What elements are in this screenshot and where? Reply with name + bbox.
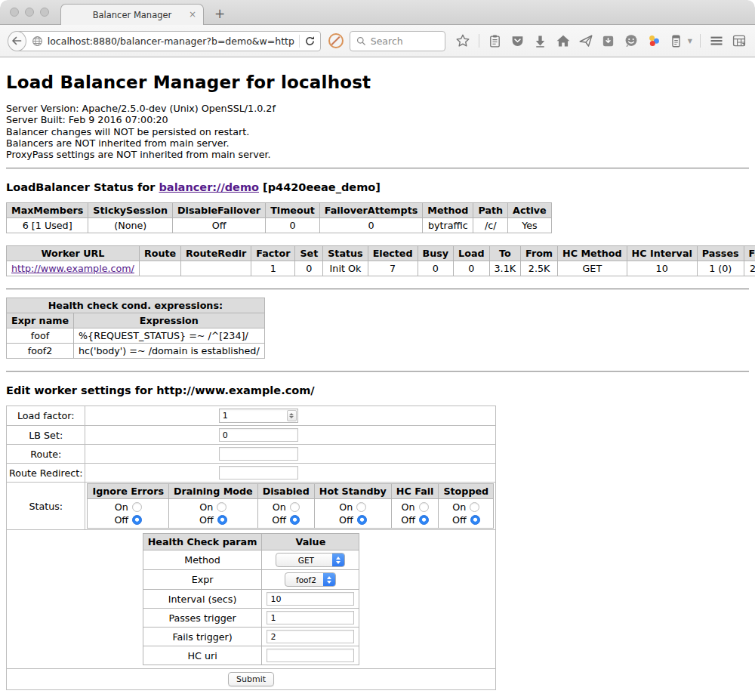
balancer-demo-link[interactable]: balancer://demo	[159, 181, 259, 193]
pocket-icon[interactable]	[510, 32, 526, 49]
window-zoom-button[interactable]	[40, 8, 49, 17]
hot-standby-off-radio[interactable]	[357, 515, 367, 525]
hc-header-row: Health Check param Value	[143, 534, 359, 550]
toolbar-separator	[479, 34, 479, 48]
stopped-off-radio[interactable]	[470, 515, 480, 525]
val-to: 3.1K	[489, 261, 521, 276]
toolbar-separator-2	[700, 34, 701, 48]
hc-passes-input[interactable]	[267, 611, 354, 624]
load-factor-label: Load factor:	[7, 406, 85, 426]
col-stickysession: StickySession	[88, 203, 173, 218]
hc-expr-label: Expr	[143, 570, 262, 590]
col-failoverattempts: FailoverAttempts	[319, 203, 423, 218]
route-row: Route:	[7, 445, 496, 464]
col-maxmembers: MaxMembers	[7, 203, 88, 218]
chevron-down-icon[interactable]: ▼	[688, 38, 692, 45]
col-draining-mode: Draining Mode	[169, 484, 258, 499]
window-controls	[10, 8, 49, 17]
val-active: Yes	[508, 218, 552, 233]
hc-fails-input[interactable]	[267, 630, 354, 643]
back-button[interactable]	[8, 31, 26, 51]
hc-interval-row: Interval (secs)	[143, 590, 359, 609]
reading-list-icon[interactable]	[487, 32, 504, 49]
window-close-button[interactable]	[10, 8, 19, 17]
reload-icon[interactable]	[304, 35, 316, 47]
send-tab-icon[interactable]	[578, 32, 594, 49]
feedback-smiley-icon[interactable]	[623, 32, 639, 49]
off-label: Off	[339, 513, 353, 526]
lb-set-row: LB Set:	[7, 426, 496, 445]
proxypass-note-line: ProxyPass settings are NOT inherited fro…	[6, 149, 749, 160]
content-blocked-icon[interactable]	[328, 33, 344, 48]
on-label: On	[402, 501, 415, 513]
table-row: 6 [1 Used] (None) Off 0 0 bytraffic /c/ …	[7, 218, 552, 233]
disabled-off-radio[interactable]	[290, 515, 300, 525]
stopped-on-radio[interactable]	[470, 502, 479, 512]
draining-mode-on-radio[interactable]	[217, 502, 226, 512]
worker-url-link[interactable]: http://www.example.com/	[11, 263, 134, 274]
url-bar[interactable]: localhost:8880/balancer-manager?b=demo&w…	[16, 31, 321, 51]
col-hc-value: Value	[262, 534, 359, 550]
hot-standby-on-radio[interactable]	[356, 502, 366, 512]
hc-fail-on-radio[interactable]	[419, 502, 429, 512]
home-icon[interactable]	[555, 32, 572, 49]
val-stickysession: (None)	[88, 218, 173, 233]
route-redirect-input[interactable]	[219, 466, 298, 480]
select-stepper-icon	[323, 572, 335, 587]
hc-interval-label: Interval (secs)	[143, 590, 262, 609]
hc-uri-input[interactable]	[267, 649, 354, 662]
persist-note-line: Balancer changes will NOT be persisted o…	[6, 126, 749, 137]
server-info: Server Version: Apache/2.5.0-dev (Unix) …	[6, 103, 749, 160]
search-icon	[356, 36, 366, 46]
bookmark-star-icon[interactable]	[455, 32, 471, 49]
hc-interval-input[interactable]	[267, 592, 354, 606]
extension-dots-icon[interactable]	[646, 32, 662, 49]
tab-groups-icon[interactable]	[731, 32, 747, 49]
window-minimize-button[interactable]	[25, 8, 34, 17]
number-spinner[interactable]	[287, 410, 297, 421]
off-label: Off	[452, 513, 467, 526]
ignore-errors-off-radio[interactable]	[132, 515, 142, 525]
hc-uri-row: HC uri	[143, 646, 359, 665]
load-factor-input[interactable]: 1	[219, 409, 298, 423]
downloads-icon[interactable]	[532, 32, 549, 49]
page-title: Load Balancer Manager for localhost	[6, 57, 749, 92]
table-header-row: Expr name Expression	[7, 313, 265, 328]
disabled-on-radio[interactable]	[290, 502, 300, 512]
save-page-icon[interactable]	[600, 32, 617, 49]
col-hot-standby: Hot Standby	[314, 484, 391, 499]
hc-method-select[interactable]: GET	[276, 553, 345, 567]
col-to: To	[489, 246, 521, 261]
col-fails: Fails	[744, 246, 755, 261]
new-tab-button[interactable]: +	[214, 6, 225, 21]
menu-hamburger-icon[interactable]	[708, 32, 725, 49]
route-input[interactable]	[219, 447, 298, 461]
col-path: Path	[473, 203, 508, 218]
hc-passes-row: Passes trigger	[143, 609, 359, 628]
url-text[interactable]: localhost:8880/balancer-manager?b=demo&w…	[48, 35, 294, 47]
page-actions-icon[interactable]	[668, 32, 685, 49]
val-set: 0	[295, 261, 323, 276]
search-bar[interactable]: Search	[350, 31, 445, 51]
server-built-line: Server Built: Feb 9 2016 07:00:20	[6, 114, 749, 125]
tab-bar: Balancer Manager × +	[0, 0, 755, 25]
expr-row: foof2 hc('body') =~ /domain is establish…	[7, 344, 265, 359]
route-redirect-label: Route Redirect:	[7, 464, 85, 483]
draining-mode-off-radio[interactable]	[217, 515, 227, 525]
hc-expr-select[interactable]: foof2	[285, 572, 336, 587]
divider	[6, 371, 749, 372]
expr-name: foof2	[7, 344, 74, 359]
submit-button[interactable]: Submit	[228, 672, 274, 686]
ignore-errors-on-radio[interactable]	[132, 502, 142, 512]
lb-set-input[interactable]	[219, 428, 298, 442]
val-status: Init Ok	[323, 261, 368, 276]
hc-fail-off-radio[interactable]	[419, 515, 429, 525]
on-label: On	[339, 501, 353, 513]
browser-tab[interactable]: Balancer Manager ×	[60, 4, 204, 25]
col-from: From	[521, 246, 558, 261]
tab-close-icon[interactable]: ×	[189, 10, 196, 19]
col-expr-name: Expr name	[7, 313, 74, 328]
col-factor: Factor	[251, 246, 295, 261]
status-row: Status: Ignore Errors Draining Mode Disa…	[7, 483, 496, 530]
expr-row: foof %{REQUEST_STATUS} =~ /^[234]/	[7, 328, 265, 344]
